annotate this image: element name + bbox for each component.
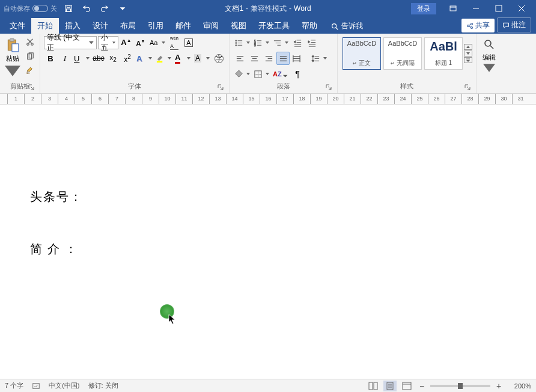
character-shading-icon[interactable]: A — [193, 52, 211, 65]
language[interactable]: 中文(中国) — [49, 381, 79, 390]
phonetic-guide-icon[interactable]: wénA — [168, 36, 181, 49]
tab-review[interactable]: 审阅 — [197, 18, 225, 34]
svg-rect-77 — [369, 382, 373, 390]
page[interactable]: 头条号： 简 介 ： — [0, 105, 536, 379]
svg-rect-78 — [374, 382, 377, 390]
ribbon-tabs: 文件 开始 插入 设计 布局 引用 邮件 审阅 视图 开发工具 帮助 告诉我 共… — [0, 17, 536, 34]
decrease-indent-icon[interactable] — [291, 36, 304, 49]
autosave-label: 自动保存 — [4, 4, 30, 13]
dialog-launcher-icon[interactable] — [28, 84, 35, 91]
group-label: 样式 — [400, 82, 413, 90]
close-icon[interactable] — [511, 0, 532, 17]
strikethrough-icon[interactable]: abc — [92, 52, 105, 65]
chevron-down-icon — [483, 62, 495, 74]
show-marks-icon[interactable]: ¶ — [291, 67, 304, 81]
svg-rect-5 — [496, 5, 502, 11]
horizontal-ruler[interactable]: 1234567891011121314151617181920212223242… — [0, 94, 536, 105]
title-bar: 自动保存 关 文档1 - 兼容性模式 - Word 登录 — [0, 0, 536, 17]
format-painter-icon[interactable] — [24, 65, 36, 77]
zoom-level[interactable]: 200% — [507, 382, 531, 390]
tab-help[interactable]: 帮助 — [296, 18, 323, 34]
font-color-icon[interactable]: A — [174, 52, 192, 65]
borders-icon[interactable] — [252, 67, 270, 81]
line-spacing-icon[interactable] — [310, 52, 328, 65]
login-button[interactable]: 登录 — [411, 3, 436, 14]
align-center-icon[interactable] — [248, 52, 261, 65]
text-effects-icon[interactable]: A — [135, 52, 153, 65]
comments-button[interactable]: 批注 — [497, 17, 531, 32]
shading-icon[interactable] — [233, 67, 251, 81]
zoom-out-button[interactable]: − — [417, 381, 427, 391]
grow-font-icon[interactable]: A▲ — [120, 36, 133, 49]
superscript-icon[interactable]: x2 — [121, 52, 134, 65]
word-count[interactable]: 7 个字 — [5, 381, 23, 390]
font-size-combo[interactable]: 小五 — [98, 36, 118, 49]
highlight-icon[interactable] — [154, 52, 172, 65]
tab-insert[interactable]: 插入 — [59, 18, 87, 34]
tell-me[interactable]: 告诉我 — [326, 19, 368, 34]
spellcheck-icon[interactable] — [32, 382, 40, 390]
print-layout-icon[interactable] — [383, 381, 397, 391]
dialog-launcher-icon[interactable] — [325, 84, 332, 91]
minimize-icon[interactable] — [465, 0, 487, 17]
style-no-spacing[interactable]: AaBbCcD ↵ 无间隔 — [383, 37, 422, 70]
cut-icon[interactable] — [24, 36, 36, 48]
bold-icon[interactable]: B — [44, 52, 57, 65]
align-left-icon[interactable] — [233, 52, 246, 65]
doc-line-2[interactable]: 简 介 ： — [30, 241, 506, 257]
qat-customize-icon[interactable] — [116, 2, 129, 15]
copy-icon[interactable] — [24, 51, 36, 63]
svg-point-27 — [236, 42, 237, 43]
read-mode-icon[interactable] — [367, 381, 380, 391]
paste-button[interactable]: 粘贴 — [4, 36, 22, 80]
web-layout-icon[interactable] — [400, 381, 413, 391]
maximize-icon[interactable] — [488, 0, 510, 17]
svg-rect-17 — [12, 44, 19, 52]
align-right-icon[interactable] — [262, 52, 275, 65]
increase-indent-icon[interactable] — [305, 36, 318, 49]
tab-developer[interactable]: 开发工具 — [252, 18, 296, 34]
track-changes[interactable]: 修订: 关闭 — [88, 381, 118, 390]
status-bar: 7 个字 中文(中国) 修订: 关闭 − + 200% — [0, 379, 536, 392]
tab-file[interactable]: 文件 — [4, 18, 31, 34]
svg-rect-1 — [67, 5, 70, 8]
align-justify-icon[interactable] — [276, 52, 290, 65]
tab-layout[interactable]: 布局 — [114, 18, 142, 34]
style-normal[interactable]: AaBbCcD ↵ 正文 — [343, 37, 381, 70]
styles-gallery-more[interactable] — [464, 36, 472, 71]
multilevel-list-icon[interactable] — [272, 36, 290, 49]
dialog-launcher-icon[interactable] — [464, 84, 471, 91]
underline-icon[interactable]: U — [73, 52, 91, 65]
character-border-icon[interactable]: A — [182, 36, 195, 49]
redo-icon[interactable] — [98, 2, 111, 15]
document-area[interactable]: 头条号： 简 介 ： — [0, 105, 536, 379]
svg-line-14 — [469, 26, 471, 27]
change-case-icon[interactable]: Aa — [148, 36, 166, 49]
zoom-slider[interactable] — [430, 385, 490, 387]
style-heading1[interactable]: AaBl 标题 1 — [424, 37, 463, 70]
doc-line-1[interactable]: 头条号： — [30, 189, 506, 205]
tab-references[interactable]: 引用 — [142, 18, 169, 34]
subscript-icon[interactable]: x2 — [106, 52, 120, 65]
align-distribute-icon[interactable] — [291, 52, 309, 65]
bullets-icon[interactable] — [233, 36, 251, 49]
zoom-in-button[interactable]: + — [494, 381, 504, 391]
tab-view[interactable]: 视图 — [225, 18, 252, 34]
dialog-launcher-icon[interactable] — [217, 84, 224, 91]
save-icon[interactable] — [62, 2, 75, 15]
share-button[interactable]: 共享 — [461, 19, 495, 32]
tab-mailings[interactable]: 邮件 — [169, 18, 197, 34]
enclose-char-icon[interactable]: 字 — [212, 52, 225, 65]
find-button[interactable]: 编辑 — [480, 36, 498, 76]
numbering-icon[interactable]: 123 — [252, 36, 270, 49]
tab-design[interactable]: 设计 — [87, 18, 114, 34]
undo-icon[interactable] — [80, 2, 93, 15]
tab-home[interactable]: 开始 — [31, 18, 59, 34]
shrink-font-icon[interactable]: A▼ — [134, 36, 147, 49]
autosave-toggle[interactable]: 自动保存 关 — [4, 4, 57, 13]
font-name-combo[interactable]: 等线 (中文正 — [44, 36, 97, 49]
italic-icon[interactable]: I — [58, 52, 72, 65]
sort-icon[interactable]: AZ — [272, 67, 290, 81]
ribbon-display-icon[interactable] — [442, 0, 464, 17]
autosave-state: 关 — [50, 4, 57, 13]
